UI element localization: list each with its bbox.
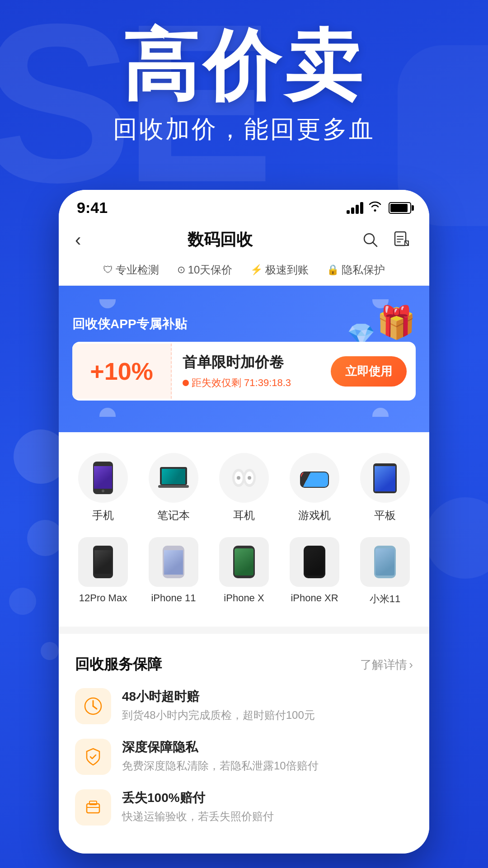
battery-icon <box>389 202 411 214</box>
service-item-2: 丢失100%赔付 快递运输验收，若丢失照价赔付 <box>75 789 413 826</box>
svg-point-11 <box>102 490 104 492</box>
wifi-icon <box>368 200 382 215</box>
category-phone[interactable]: 手机 <box>68 446 138 530</box>
phone-iphonex-img <box>219 537 269 587</box>
svg-rect-35 <box>235 548 253 576</box>
service-link-text: 了解详情 <box>360 657 407 673</box>
coupon-percent: +10% <box>81 357 162 385</box>
nav-bar: ‹ 数码回收 <box>59 221 429 258</box>
price-icon: ⊙ <box>177 264 185 276</box>
svg-rect-32 <box>164 550 183 575</box>
section-divider <box>59 627 429 634</box>
quick-phone-4[interactable]: 小米11 <box>350 530 420 613</box>
coupon-left: +10% <box>72 344 172 399</box>
phone-icon-wrap <box>78 453 128 503</box>
svg-point-21 <box>248 476 251 480</box>
quick-phone-3-label: iPhone XR <box>291 592 338 604</box>
back-button[interactable]: ‹ <box>75 230 81 250</box>
category-earphone-label: 耳机 <box>233 508 255 523</box>
coupon-use-button[interactable]: 立即使用 <box>331 356 407 387</box>
svg-line-42 <box>93 706 97 709</box>
service-item-0: 48小时超时赔 到货48小时内完成质检，超时赔付100元 <box>75 688 413 724</box>
status-icons <box>347 200 411 215</box>
svg-rect-39 <box>375 548 394 576</box>
shield-icon: 🛡 <box>103 264 113 276</box>
category-section: 手机 <box>59 432 429 627</box>
quick-phone-1[interactable]: iPhone 11 <box>138 530 209 613</box>
phone-12promax-img <box>78 537 128 587</box>
svg-rect-27 <box>375 466 395 491</box>
quick-phone-0[interactable]: 12Pro Max <box>68 530 138 613</box>
nav-actions <box>359 228 413 251</box>
coupon-right: 首单限时加价卷 距失效仅剩 71:39:18.3 <box>172 342 331 401</box>
svg-line-1 <box>373 242 377 246</box>
gift-decoration: 🎁 <box>376 304 416 341</box>
doc-button[interactable] <box>390 228 413 251</box>
service-icon-1 <box>75 739 111 775</box>
svg-point-20 <box>237 476 240 480</box>
svg-rect-37 <box>305 548 324 576</box>
hero-section: 高价卖 回收加价，能回更多血 <box>0 27 488 146</box>
category-laptop-label: 笔记本 <box>157 508 190 523</box>
service-icon-0 <box>75 688 111 724</box>
coupon-timer: 距失效仅剩 71:39:18.3 <box>183 376 320 390</box>
service-item-title-1: 深度保障隐私 <box>122 739 319 756</box>
service-content-2: 丢失100%赔付 快递运输验收，若丢失照价赔付 <box>122 789 274 824</box>
category-tablet[interactable]: 平板 <box>350 446 420 530</box>
service-item-desc-2: 快递运输验收，若丢失照价赔付 <box>122 809 274 824</box>
game-icon-wrap <box>290 453 339 503</box>
category-game-label: 游戏机 <box>298 508 331 523</box>
category-earphone[interactable]: 耳机 <box>209 446 279 530</box>
feature-tag-label-3: 隐私保护 <box>342 263 385 277</box>
quick-phone-1-label: iPhone 11 <box>151 592 196 604</box>
status-time: 9:41 <box>77 199 108 217</box>
coupon-title: 首单限时加价卷 <box>183 353 320 373</box>
phone-iphonexr-img <box>290 537 339 587</box>
category-tablet-label: 平板 <box>374 508 396 523</box>
svg-rect-15 <box>158 485 189 488</box>
phone-iphone11-img <box>149 537 198 587</box>
feature-tag-3: 🔒 隐私保护 <box>327 263 385 277</box>
phone-mockup: 9:41 ‹ 数码回收 <box>59 190 429 854</box>
quick-phone-2-label: iPhone X <box>224 592 264 604</box>
category-laptop[interactable]: 笔记本 <box>138 446 209 530</box>
service-item-title-2: 丢失100%赔付 <box>122 789 274 807</box>
quick-phone-0-label: 12Pro Max <box>79 592 127 604</box>
svg-rect-24 <box>301 472 328 487</box>
lock-icon: 🔒 <box>327 264 339 276</box>
feature-tag-2: ⚡ 极速到账 <box>250 263 309 277</box>
service-detail-link[interactable]: 了解详情 › <box>360 657 413 673</box>
lightning-icon: ⚡ <box>250 264 263 276</box>
quick-phone-3[interactable]: iPhone XR <box>279 530 350 613</box>
category-game[interactable]: 游戏机 <box>279 446 350 530</box>
feature-tag-label-0: 专业检测 <box>116 263 159 277</box>
service-icon-2 <box>75 789 111 826</box>
svg-rect-10 <box>94 466 112 489</box>
quick-phone-2[interactable]: iPhone X <box>209 530 279 613</box>
signal-icon <box>347 202 363 214</box>
timer-dot <box>183 380 189 386</box>
tablet-icon-wrap <box>360 453 410 503</box>
service-item-title-0: 48小时超时赔 <box>122 688 315 705</box>
feature-tag-label-2: 极速到账 <box>265 263 309 277</box>
service-content-1: 深度保障隐私 免费深度隐私清除，若隐私泄露10倍赔付 <box>122 739 319 773</box>
service-content-0: 48小时超时赔 到货48小时内完成质检，超时赔付100元 <box>122 688 315 722</box>
category-grid: 手机 <box>68 446 420 530</box>
feature-tag-label-1: 10天保价 <box>188 263 233 277</box>
earphone-icon-wrap <box>219 453 269 503</box>
service-item-desc-1: 免费深度隐私清除，若隐私泄露10倍赔付 <box>122 759 319 773</box>
quick-phone-4-label: 小米11 <box>370 592 400 606</box>
quick-phones-grid: 12Pro Max iPhone 11 <box>68 530 420 613</box>
svg-rect-30 <box>94 550 112 574</box>
chevron-right-icon: › <box>409 658 413 672</box>
service-item-1: 深度保障隐私 免费深度隐私清除，若隐私泄露10倍赔付 <box>75 739 413 775</box>
service-section: 回收服务保障 了解详情 › 48小时超时赔 到货48小时内完成质检，超时赔付10… <box>59 641 429 854</box>
hero-title: 高价卖 <box>0 27 488 104</box>
laptop-icon-wrap <box>149 453 198 503</box>
search-button[interactable] <box>359 228 381 251</box>
category-phone-label: 手机 <box>92 508 114 523</box>
feature-tags: 🛡 专业检测 ⊙ 10天保价 ⚡ 极速到账 🔒 隐私保护 <box>59 258 429 286</box>
hero-subtitle: 回收加价，能回更多血 <box>0 113 488 146</box>
coupon-timer-label: 距失效仅剩 71:39:18.3 <box>192 376 291 390</box>
service-item-desc-0: 到货48小时内完成质检，超时赔付100元 <box>122 708 315 722</box>
